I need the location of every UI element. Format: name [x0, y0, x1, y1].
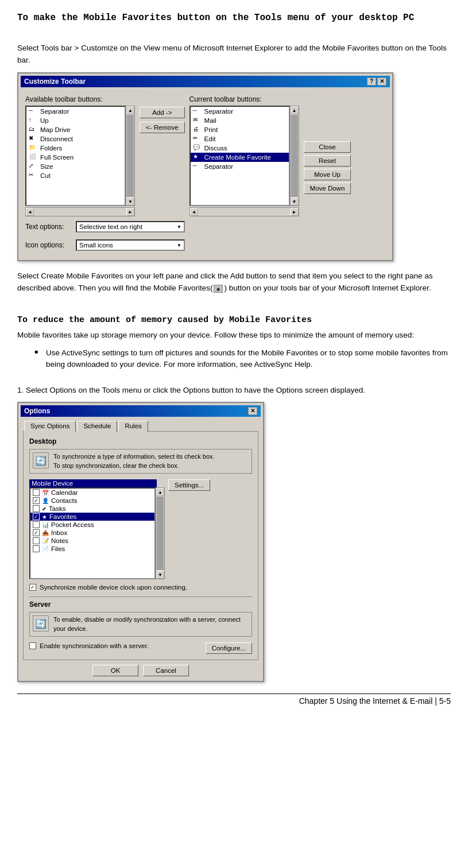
device-list-container: Mobile Device 📅 Calendar 👤 Contacts	[29, 479, 252, 579]
pocket-access-icon: 📊	[42, 522, 49, 528]
inbox-checkbox[interactable]	[33, 529, 40, 536]
calendar-checkbox[interactable]	[33, 489, 40, 496]
icon-options-value: Small icons	[79, 242, 113, 249]
icon-options-dropdown[interactable]: Small icons ▼	[76, 239, 185, 251]
text-options-row: Text options: Selective text on right ▼	[25, 221, 385, 232]
device-listbox[interactable]: 📅 Calendar 👤 Contacts ✔ Tasks	[29, 487, 156, 579]
options-body: Desktop 🔄 To synchronize a type of infor…	[23, 431, 258, 660]
h-scrollbar[interactable]: ◄ ►	[25, 207, 135, 216]
files-checkbox[interactable]	[33, 545, 40, 552]
options-close-button[interactable]: ✕	[248, 407, 257, 415]
para2: Select Create Mobile Favorites on your l…	[17, 270, 451, 294]
tab-schedule[interactable]: Schedule	[77, 421, 117, 432]
list-item[interactable]: ✏ Edit	[191, 134, 289, 144]
list-item[interactable]: ✂ Cut	[26, 171, 125, 180]
server-info-text: To enable, disable or modify synchroniza…	[53, 615, 249, 633]
scroll-up-arrow3[interactable]: ▲	[156, 488, 164, 496]
separator-icon2: ─	[193, 107, 202, 115]
add-button[interactable]: Add ->	[140, 107, 185, 118]
reset-button[interactable]: Reset	[304, 155, 351, 166]
list-item[interactable]: 📁 Folders	[26, 144, 125, 153]
available-listbox[interactable]: ─ Separator ↑ Up 🗂 Map Drive ✖	[25, 106, 126, 206]
list-item[interactable]: 💬 Discuss	[191, 144, 289, 153]
list-item-selected[interactable]: ★ Create Mobile Favorite	[191, 153, 289, 162]
dialog-title-controls[interactable]: ? ✕	[367, 78, 386, 86]
list-item[interactable]: ─ Separator	[191, 162, 289, 171]
device-item[interactable]: 📅 Calendar	[30, 489, 154, 497]
device-item[interactable]: 📥 Inbox	[30, 529, 154, 537]
device-item[interactable]: 📝 Notes	[30, 537, 154, 545]
text-options-value: Selective text on right	[79, 223, 142, 230]
scroll-up-arrow[interactable]: ▲	[126, 106, 134, 114]
help-button[interactable]: ?	[367, 78, 376, 86]
icon-options-row: Icon options: Small icons ▼	[25, 239, 385, 251]
h-scrollbar2[interactable]: ◄ ►	[189, 207, 299, 216]
options-title: Options	[24, 407, 50, 415]
para3: Mobile favorites take up storage memory …	[17, 330, 451, 342]
options-title-controls[interactable]: ✕	[248, 407, 257, 415]
scroll-track2	[198, 208, 291, 216]
server-info-row: 🔄 To enable, disable or modify synchroni…	[29, 612, 252, 637]
bullet-list: Use ActiveSync settings to turn off pict…	[34, 347, 451, 371]
configure-button[interactable]: Configure...	[206, 642, 252, 654]
calendar-icon: 📅	[42, 490, 49, 496]
scroll-left-arrow2[interactable]: ◄	[190, 208, 198, 216]
list-item[interactable]: 🖨 Print	[191, 125, 289, 134]
server-section: Server 🔄 To enable, disable or modify sy…	[29, 596, 252, 654]
cancel-button[interactable]: Cancel	[143, 665, 189, 676]
move-up-button[interactable]: Move Up	[304, 169, 351, 180]
close-button[interactable]: Close	[304, 141, 351, 153]
device-item[interactable]: 📊 Pocket Access	[30, 521, 154, 529]
device-item[interactable]: ✔ Tasks	[30, 505, 154, 513]
scroll-down-arrow3[interactable]: ▼	[156, 571, 164, 579]
scroll-up-arrow2[interactable]: ▲	[291, 106, 299, 114]
settings-button-container: Settings...	[168, 479, 210, 579]
device-item-favorites[interactable]: ★ Favorites	[30, 513, 154, 521]
ok-button[interactable]: OK	[92, 665, 138, 676]
sync-clock-checkbox[interactable]	[29, 584, 36, 591]
move-down-button[interactable]: Move Down	[304, 183, 351, 194]
info-text2: To stop synchronization, clear the check…	[53, 462, 215, 470]
list-item[interactable]: 🗂 Map Drive	[26, 125, 125, 134]
mobile-fav-inline-icon: ★	[214, 285, 223, 293]
tab-sync-options[interactable]: Sync Options	[24, 421, 76, 432]
pocket-access-checkbox[interactable]	[33, 521, 40, 528]
list-item[interactable]: ⤢ Size	[26, 162, 125, 171]
mail-icon: ✉	[193, 117, 202, 125]
tab-rules[interactable]: Rules	[118, 421, 148, 432]
list-item[interactable]: ─ Separator	[26, 107, 125, 116]
list-item[interactable]: ↑ Up	[26, 116, 125, 125]
list-item[interactable]: ✉ Mail	[191, 116, 289, 125]
scroll-thumb3	[157, 497, 164, 570]
sync-clock-label: Synchronize mobile device clock upon con…	[40, 584, 187, 591]
close-title-button[interactable]: ✕	[377, 78, 386, 86]
list-item[interactable]: ─ Separator	[191, 107, 289, 116]
list-item[interactable]: ⬜ Full Screen	[26, 153, 125, 162]
section-heading: To reduce the amount of memory caused by…	[17, 315, 451, 325]
settings-button[interactable]: Settings...	[168, 479, 210, 491]
current-listbox[interactable]: ─ Separator ✉ Mail 🖨 Print ✏	[189, 106, 290, 206]
dialog-title: Customize Toolbar	[24, 78, 86, 86]
discuss-icon: 💬	[193, 144, 202, 152]
device-item[interactable]: 👤 Contacts	[30, 497, 154, 505]
scroll-down-arrow[interactable]: ▼	[126, 197, 134, 206]
enable-server-checkbox[interactable]	[29, 642, 36, 649]
text-options-dropdown[interactable]: Selective text on right ▼	[76, 221, 185, 232]
print-icon: 🖨	[193, 126, 202, 134]
middle-buttons: Add -> <- Remove	[140, 95, 185, 133]
sync-clock-row: Synchronize mobile device clock upon con…	[29, 584, 252, 591]
favorites-icon: ★	[42, 514, 47, 520]
remove-button[interactable]: <- Remove	[140, 122, 185, 133]
tasks-checkbox[interactable]	[33, 505, 40, 512]
device-item[interactable]: 📄 Files	[30, 545, 154, 553]
favorites-checkbox[interactable]	[33, 513, 40, 520]
contacts-checkbox[interactable]	[33, 497, 40, 504]
dialog-title-bar: Customize Toolbar ? ✕	[21, 76, 390, 87]
scroll-down-arrow2[interactable]: ▼	[291, 197, 299, 206]
scroll-left-arrow[interactable]: ◄	[26, 208, 34, 216]
current-section: Current toolbar buttons: ─ Separator ✉ M…	[189, 95, 299, 216]
scroll-right-arrow[interactable]: ►	[126, 208, 134, 216]
notes-checkbox[interactable]	[33, 537, 40, 544]
scroll-right-arrow2[interactable]: ►	[291, 208, 299, 216]
list-item[interactable]: ✖ Disconnect	[26, 134, 125, 144]
